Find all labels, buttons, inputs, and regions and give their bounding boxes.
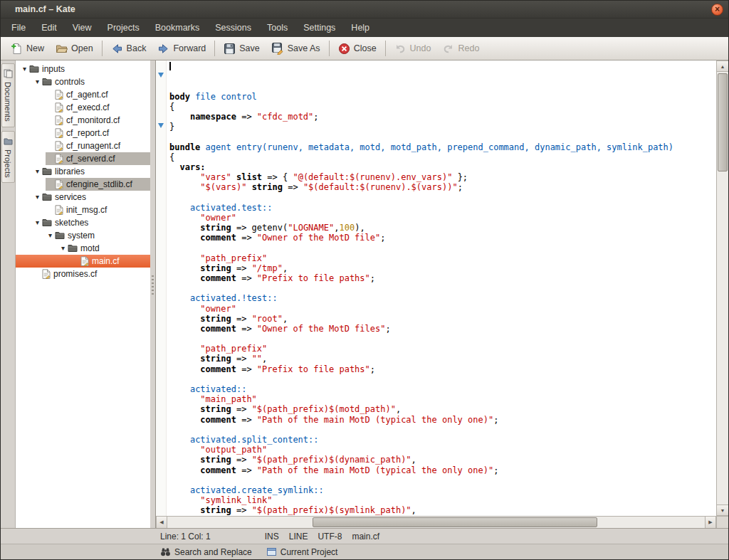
close-window-button[interactable] — [711, 4, 723, 16]
new-button[interactable]: New — [5, 41, 50, 57]
menu-item-view[interactable]: View — [65, 19, 100, 36]
close-button[interactable]: Close — [332, 41, 382, 57]
code-line: body file control — [169, 92, 716, 102]
vertical-scrollbar[interactable]: ▲ ▼ — [716, 60, 728, 516]
code-area[interactable]: body file control{ namespace => "cfdc_mo… — [167, 60, 716, 516]
tree-item-content: promises.cf — [33, 268, 150, 280]
tree-item-content: ▾services — [33, 191, 150, 204]
tree-item-cfengine-stdlib-cf[interactable]: cfengine_stdlib.cf — [16, 178, 150, 191]
file-icon — [55, 154, 63, 164]
current-project-toggle[interactable]: Current Project — [266, 546, 338, 557]
vertical-scrollbar-track[interactable] — [717, 72, 728, 504]
tree-item-motd[interactable]: ▾motd — [16, 242, 150, 255]
side-tab-label: Documents — [4, 82, 12, 122]
tree-item-cf-execd-cf[interactable]: cf_execd.cf — [16, 101, 150, 114]
search-and-replace-toggle[interactable]: Search and Replace — [160, 546, 252, 557]
tree-item-content: ▾system — [46, 229, 150, 242]
scroll-down-button[interactable]: ▼ — [717, 504, 728, 516]
project-tree: ▾inputs▾controlscf_agent.cfcf_execd.cfcf… — [16, 60, 150, 528]
save-button[interactable]: Save — [218, 41, 266, 57]
editor-main: body file control{ namespace => "cfdc_mo… — [156, 60, 728, 516]
file-icon — [55, 179, 63, 189]
tree-item-content: main.cf — [71, 255, 150, 268]
tree-item-libraries[interactable]: ▾libraries — [16, 165, 150, 178]
code-line: activated.split_content:: — [169, 435, 716, 445]
tree-item-cf-report-cf[interactable]: cf_report.cf — [16, 127, 150, 139]
expander-icon[interactable]: ▾ — [33, 78, 42, 85]
titlebar[interactable]: main.cf – Kate — [1, 1, 728, 19]
menu-item-help[interactable]: Help — [343, 19, 377, 36]
tree-item-services[interactable]: ▾services — [16, 191, 150, 204]
expander-icon[interactable]: ▾ — [33, 194, 42, 201]
fold-marker-icon[interactable] — [158, 123, 164, 128]
tree-item-label: cf_monitord.cf — [66, 115, 120, 125]
undo-button[interactable]: Undo — [389, 41, 437, 57]
tree-editor-splitter[interactable] — [150, 60, 155, 528]
statusbar-filename: main.cf — [352, 532, 379, 541]
tree-item-sketches[interactable]: ▾sketches — [16, 216, 150, 229]
code-line — [169, 374, 716, 384]
code-line: comment => "Path of the main MotD (typic… — [169, 415, 716, 425]
menu-item-bookmarks[interactable]: Bookmarks — [147, 19, 208, 36]
back-button[interactable]: Back — [105, 41, 152, 57]
tree-item-controls[interactable]: ▾controls — [16, 75, 150, 88]
scroll-left-button[interactable]: ◀ — [156, 517, 167, 528]
side-tab-projects[interactable]: Projects — [1, 131, 15, 184]
menu-item-projects[interactable]: Projects — [100, 19, 147, 36]
expander-icon[interactable]: ▾ — [33, 168, 42, 175]
expander-icon[interactable]: ▾ — [20, 65, 29, 73]
redo-button[interactable]: Redo — [436, 41, 485, 57]
menu-item-edit[interactable]: Edit — [33, 19, 65, 36]
code-line: "$(vars)" string => "$(default:$(runenv)… — [169, 182, 716, 192]
code-line — [169, 283, 716, 293]
scroll-right-button[interactable]: ▶ — [705, 517, 716, 528]
menu-item-settings[interactable]: Settings — [295, 19, 343, 36]
toolbar-button-label: Forward — [173, 43, 206, 53]
statusbar-encoding: UTF-8 — [318, 532, 342, 541]
horizontal-scrollbar-thumb[interactable] — [313, 517, 597, 527]
tree-item-cf-runagent-cf[interactable]: cf_runagent.cf — [16, 139, 150, 152]
save-as-button[interactable]: Save As — [266, 40, 326, 57]
projects-icon — [4, 137, 13, 146]
folder-icon — [42, 218, 52, 227]
horizontal-scrollbar[interactable]: ◀ ▶ — [156, 516, 728, 528]
tree-item-system[interactable]: ▾system — [16, 229, 150, 242]
tree-item-cf-serverd-cf[interactable]: cf_serverd.cf — [16, 152, 150, 165]
expander-icon[interactable]: ▾ — [33, 219, 42, 226]
scroll-up-button[interactable]: ▲ — [717, 60, 728, 72]
tree-item-content: cf_serverd.cf — [46, 152, 150, 165]
tree-item-label: cfengine_stdlib.cf — [66, 179, 132, 189]
code-line: "symlink_link" — [169, 495, 716, 505]
code-line: string => "$(path_prefix)$(dynamic_path)… — [169, 455, 716, 465]
tree-item-main-cf[interactable]: main.cf — [16, 255, 150, 268]
tree-item-cf-monitord-cf[interactable]: cf_monitord.cf — [16, 114, 150, 127]
tree-item-promises-cf[interactable]: promises.cf — [16, 268, 150, 280]
menu-item-file[interactable]: File — [4, 19, 33, 36]
menubar: FileEditViewProjectsBookmarksSessionsToo… — [1, 19, 728, 37]
statusbar: Line: 1 Col: 1 INS LINE UTF-8 main.cf — [1, 528, 728, 544]
tree-item-content: ▾libraries — [33, 165, 150, 178]
forward-button[interactable]: Forward — [152, 41, 211, 57]
menu-item-tools[interactable]: Tools — [259, 19, 295, 36]
documents-icon — [4, 69, 13, 78]
tree-item-cf-agent-cf[interactable]: cf_agent.cf — [16, 88, 150, 101]
text-cursor — [169, 62, 171, 70]
code-line: string => "root", — [169, 314, 716, 324]
horizontal-scrollbar-track[interactable] — [167, 517, 705, 528]
open-button[interactable]: Open — [50, 41, 99, 57]
menu-item-sessions[interactable]: Sessions — [207, 19, 259, 36]
code-line: activated.!test:: — [169, 293, 716, 303]
undo-icon — [394, 43, 407, 55]
tree-item-init-msg-cf[interactable]: init_msg.cf — [16, 204, 150, 216]
side-tab-label: Projects — [4, 149, 12, 178]
tree-item-inputs[interactable]: ▾inputs — [16, 63, 150, 75]
toggle-label: Current Project — [280, 547, 338, 557]
fold-marker-icon[interactable] — [158, 73, 164, 78]
toolbar-separator — [102, 41, 103, 56]
side-tab-documents[interactable]: Documents — [1, 63, 15, 127]
expander-icon[interactable]: ▾ — [58, 245, 68, 252]
redo-icon — [442, 43, 454, 55]
expander-icon[interactable]: ▾ — [46, 232, 55, 239]
tree-item-label: cf_serverd.cf — [66, 154, 115, 164]
vertical-scrollbar-thumb[interactable] — [718, 73, 728, 171]
